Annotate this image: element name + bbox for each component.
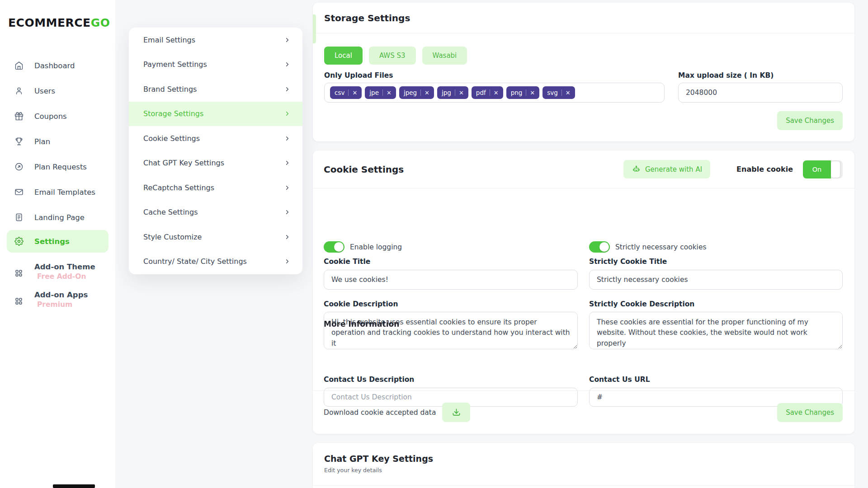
enable-logging-row: Enable logging	[324, 241, 402, 253]
strict-cookie-title-input[interactable]	[589, 270, 843, 290]
chevron-right-icon	[284, 135, 291, 142]
remove-tag-icon[interactable]: ✕	[459, 90, 464, 96]
enable-logging-switch[interactable]	[324, 241, 344, 253]
max-upload-size-label: Max upload size ( In KB)	[678, 71, 774, 80]
tag-jpeg: jpeg✕	[399, 86, 434, 99]
strict-cookie-description-textarea[interactable]: These cookies are essential for the prop…	[589, 312, 843, 349]
sidebar-item-label: Add-on Theme	[34, 263, 95, 271]
sidebar-item-label: Users	[34, 87, 55, 95]
submenu-item-cache-settings[interactable]: Cache Settings	[129, 200, 302, 225]
cookie-card-title: Cookie Settings	[324, 164, 404, 175]
submenu-item-label: Cookie Settings	[143, 134, 200, 143]
tab-local[interactable]: Local	[324, 47, 363, 65]
chevron-right-icon	[284, 209, 291, 216]
generate-with-ai-button[interactable]: Generate with AI	[623, 160, 710, 178]
storage-save-button[interactable]: Save Changes	[777, 111, 843, 130]
robot-icon	[632, 164, 641, 174]
cookie-save-button[interactable]: Save Changes	[777, 403, 843, 422]
remove-tag-icon[interactable]: ✕	[530, 90, 535, 96]
submenu-item-style-customize[interactable]: Style Customize	[129, 225, 302, 249]
chevron-right-icon	[284, 184, 291, 191]
download-cookie-data-button[interactable]	[442, 403, 470, 422]
tag-label: svg	[547, 89, 558, 96]
storage-card-title: Storage Settings	[324, 13, 410, 23]
sidebar: ECOMMERCEGO Dashboard Users Coupons	[0, 0, 115, 488]
sidebar-item-label: Dashboard	[34, 61, 75, 70]
strict-cookie-title-label: Strictly Cookie Title	[589, 258, 667, 266]
horizontal-scrollbar-thumb[interactable]	[53, 484, 95, 488]
chatgpt-card-header: Chat GPT Key Settings Edit your key deta…	[313, 443, 854, 474]
toggle-on-label: On	[803, 160, 831, 178]
only-upload-files-label: Only Upload Files	[324, 71, 393, 80]
apps-grid-icon	[14, 269, 24, 278]
sidebar-item-addon-apps[interactable]: Add-on Apps Premium	[0, 291, 115, 309]
tab-aws-s3[interactable]: AWS S3	[369, 47, 416, 65]
cookie-card-header: Cookie Settings Generate with AI Enable …	[313, 150, 854, 188]
sidebar-item-addon-theme[interactable]: Add-on Theme Free Add-On	[0, 263, 115, 281]
storage-settings-card: Storage Settings Local AWS S3 Wasabi Onl…	[313, 3, 854, 141]
chevron-right-icon	[284, 110, 291, 117]
user-icon	[14, 86, 24, 95]
cookie-title-input[interactable]	[324, 270, 578, 290]
tag-divider	[455, 89, 455, 96]
remove-tag-icon[interactable]: ✕	[494, 90, 499, 96]
submenu-item-country-state-city-settings[interactable]: Country/ State/ City Settings	[129, 249, 302, 274]
storage-driver-tabs: Local AWS S3 Wasabi	[324, 47, 467, 65]
tab-wasabi[interactable]: Wasabi	[422, 47, 467, 65]
submenu-item-chatgpt-key-settings[interactable]: Chat GPT Key Settings	[129, 151, 302, 176]
tag-png: png✕	[506, 86, 540, 99]
app-root: ECOMMERCEGO Dashboard Users Coupons	[0, 0, 868, 488]
remove-tag-icon[interactable]: ✕	[352, 90, 357, 96]
sidebar-item-settings[interactable]: Settings	[7, 230, 108, 253]
sidebar-item-dashboard[interactable]: Dashboard	[0, 53, 115, 78]
submenu-item-cookie-settings[interactable]: Cookie Settings	[129, 126, 302, 151]
sidebar-item-coupons[interactable]: Coupons	[0, 103, 115, 129]
sidebar-item-plan[interactable]: Plan	[0, 129, 115, 154]
remove-tag-icon[interactable]: ✕	[425, 90, 429, 96]
enable-cookie-label: Enable cookie	[736, 165, 793, 174]
sidebar-item-landing-page[interactable]: Landing Page	[0, 205, 115, 230]
submenu-item-storage-settings[interactable]: Storage Settings	[129, 102, 302, 127]
submenu-item-label: Chat GPT Key Settings	[143, 159, 224, 167]
tag-divider	[490, 89, 490, 96]
tag-label: jpe	[369, 89, 379, 96]
submenu-item-label: ReCaptcha Settings	[143, 183, 214, 192]
sidebar-item-plan-requests[interactable]: Plan Requests	[0, 154, 115, 179]
sidebar-item-email-templates[interactable]: Email Templates	[0, 179, 115, 205]
enable-cookie-toggle[interactable]: On	[803, 160, 843, 178]
tag-csv: csv✕	[330, 86, 362, 99]
sidebar-item-label: Add-on Apps	[34, 291, 88, 299]
sidebar-item-users[interactable]: Users	[0, 78, 115, 103]
tag-label: pdf	[476, 89, 486, 96]
sidebar-item-label: Plan	[34, 137, 50, 146]
chevron-right-icon	[284, 37, 291, 43]
tag-jpg: jpg✕	[437, 86, 468, 99]
submenu-item-recaptcha-settings[interactable]: ReCaptcha Settings	[129, 175, 302, 200]
max-upload-size-input[interactable]	[678, 83, 843, 103]
submenu-item-label: Payment Settings	[143, 60, 207, 69]
remove-tag-icon[interactable]: ✕	[566, 90, 571, 96]
submenu-item-label: Storage Settings	[143, 109, 203, 118]
cookie-settings-card: Cookie Settings Generate with AI Enable …	[313, 150, 854, 434]
chevron-right-icon	[284, 61, 291, 68]
enable-logging-label: Enable logging	[350, 243, 402, 251]
tag-label: png	[511, 89, 523, 96]
remove-tag-icon[interactable]: ✕	[387, 90, 392, 96]
file-type-tag-input[interactable]: csv✕ jpe✕ jpeg✕ jpg✕ pdf✕ png✕ svg✕	[324, 83, 665, 103]
addon-badge: Premium	[34, 300, 88, 309]
submenu-item-payment-settings[interactable]: Payment Settings	[129, 52, 302, 77]
download-icon	[452, 408, 461, 417]
sidebar-item-label: Coupons	[34, 112, 67, 121]
strict-cookie-description-label: Strictly Cookie Description	[589, 300, 694, 308]
tag-pdf: pdf✕	[472, 86, 503, 99]
tag-jpe: jpe✕	[365, 86, 396, 99]
tag-svg: svg✕	[542, 86, 575, 99]
submenu-item-email-settings[interactable]: Email Settings	[129, 28, 302, 52]
submenu-item-brand-settings[interactable]: Brand Settings	[129, 77, 302, 102]
trophy-icon	[14, 137, 24, 146]
strictly-necessary-switch[interactable]	[589, 241, 610, 253]
cookie-description-textarea[interactable]: Hi, this website uses essential cookies …	[324, 312, 578, 349]
submenu-item-label: Style Customize	[143, 233, 202, 241]
brand-logo[interactable]: ECOMMERCEGO	[8, 16, 110, 29]
chatgpt-card-title: Chat GPT Key Settings	[324, 454, 843, 464]
